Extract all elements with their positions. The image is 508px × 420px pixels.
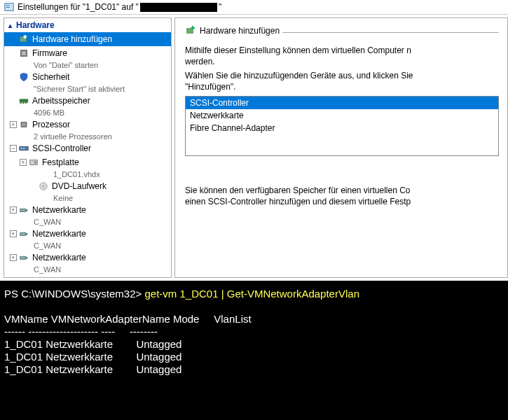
hardware-tree-panel: ▴ Hardware Hardware hinzufügen Firmware …: [4, 18, 172, 278]
svg-rect-29: [26, 257, 28, 259]
svg-rect-25: [26, 209, 28, 211]
tree-item-security[interactable]: Sicherheit: [4, 70, 171, 84]
ps-command: get-vm 1_DC01 | Get-VMNetworkAdapterVlan: [144, 288, 359, 300]
tree-item-label: Prozessor: [32, 119, 70, 130]
tree-item-firmware-sub: Von "Datei" starten: [4, 60, 171, 70]
tree-item-dvd-sub: Keine: [4, 193, 171, 203]
detail-heading-text: Hardware hinzufügen: [200, 26, 280, 36]
ps-prompt: PS C:\WINDOWS\system32>: [4, 288, 144, 300]
tree-item-memory[interactable]: Arbeitsspeicher: [4, 94, 171, 108]
tree-item-nic-3-sub: C_WAN: [4, 265, 171, 274]
ps-output-dashes: ------ -------------------- ---- -------…: [4, 326, 158, 337]
powershell-console[interactable]: PS C:\WINDOWS\system32> get-vm 1_DC01 | …: [0, 281, 508, 420]
svg-rect-8: [20, 99, 28, 102]
tree-item-dvd[interactable]: DVD-Laufwerk: [4, 179, 171, 193]
tree-item-label: Arbeitsspeicher: [32, 95, 90, 106]
window-title-prefix: Einstellungen für "1_DC01" auf ": [18, 2, 139, 12]
ps-output-header: VMName VMNetworkAdapterName Mode VlanLis…: [4, 313, 252, 325]
tree-item-label: SCSI-Controller: [32, 143, 91, 154]
expand-icon[interactable]: +: [10, 254, 17, 261]
detail-desc-line1b: werden.: [185, 57, 499, 66]
tree-item-harddisk[interactable]: + Festplatte: [4, 155, 171, 169]
tree-item-add-hardware[interactable]: Hardware hinzufügen: [4, 32, 171, 46]
detail-desc-line3a: Sie können den verfügbaren Speicher für …: [185, 186, 499, 195]
tree-item-nic-1[interactable]: + Netzwerkkarte: [4, 203, 171, 217]
tree-item-nic-3[interactable]: + Netzwerkkarte: [4, 251, 171, 265]
tree-item-firmware[interactable]: Firmware: [4, 46, 171, 60]
expand-icon[interactable]: +: [10, 121, 17, 128]
detail-desc-line3b: einen SCSI-Controller hinzufügen und die…: [185, 197, 499, 206]
shield-icon: [18, 71, 29, 83]
svg-point-21: [34, 161, 37, 164]
svg-rect-24: [20, 209, 26, 211]
tree-item-label: Netzwerkkarte: [32, 252, 86, 263]
tree-item-processor-sub: 2 virtuelle Prozessoren: [4, 132, 171, 141]
tree-item-label: DVD-Laufwerk: [52, 181, 107, 192]
dvd-icon: [38, 181, 49, 192]
ps-output-row: 1_DC01 Netzwerkkarte Untagged: [4, 351, 181, 363]
memory-icon: [18, 95, 29, 106]
expand-icon[interactable]: +: [20, 159, 27, 166]
detail-heading: Hardware hinzufügen: [185, 25, 499, 38]
tree-section-label: Hardware: [16, 20, 55, 30]
svg-rect-26: [20, 232, 26, 235]
cpu-icon: [18, 119, 29, 130]
ps-output-row: 1_DC01 Netzwerkkarte Untagged: [4, 363, 181, 375]
expand-icon[interactable]: +: [10, 206, 17, 214]
svg-rect-2: [6, 7, 10, 8]
tree-item-label: Festplatte: [42, 157, 79, 168]
detail-desc-line2b: "Hinzufügen".: [185, 82, 499, 92]
svg-rect-10: [22, 103, 24, 104]
detail-desc-line2a: Wählen Sie die hinzuzufügenden Geräte au…: [185, 71, 499, 80]
collapse-chevron-icon: ▴: [8, 22, 12, 29]
tree-item-label: Hardware hinzufügen: [32, 34, 112, 45]
tree-item-scsi-controller[interactable]: − SCSI-Controller: [4, 141, 171, 155]
window-title-suffix: ": [219, 2, 221, 12]
settings-body: ▴ Hardware Hardware hinzufügen Firmware …: [0, 15, 508, 281]
tree-item-label: Sicherheit: [32, 71, 69, 83]
listbox-option-nic[interactable]: Netzwerkkarte: [186, 109, 498, 122]
listbox-option-scsi[interactable]: SCSI-Controller: [186, 97, 498, 109]
tree-item-label: Firmware: [32, 48, 67, 59]
tree-item-processor[interactable]: + Prozessor: [4, 118, 171, 132]
svg-point-23: [43, 186, 45, 188]
svg-rect-12: [22, 122, 27, 127]
svg-rect-7: [22, 51, 25, 55]
ps-output-row: 1_DC01 Netzwerkkarte Untagged: [4, 338, 181, 350]
tree-item-label: Netzwerkkarte: [32, 204, 86, 216]
svg-rect-9: [20, 103, 22, 104]
svg-point-18: [21, 148, 22, 149]
settings-window-icon: [4, 2, 14, 12]
scsi-icon: [18, 143, 29, 154]
tree-item-nic-1-sub: C_WAN: [4, 217, 171, 227]
svg-rect-1: [6, 5, 10, 6]
nic-icon: [18, 204, 29, 216]
svg-rect-32: [191, 27, 195, 29]
tree-item-security-sub: "Sicherer Start" ist aktiviert: [4, 84, 171, 94]
tree-item-harddisk-sub: 1_DC01.vhdx: [4, 169, 171, 179]
redacted-hostname: [140, 3, 217, 12]
tree-item-nic-2[interactable]: + Netzwerkkarte: [4, 227, 171, 241]
tree-section-hardware[interactable]: ▴ Hardware: [4, 18, 171, 32]
svg-rect-11: [25, 103, 27, 104]
expand-icon[interactable]: +: [10, 230, 17, 237]
device-listbox[interactable]: SCSI-Controller Netzwerkkarte Fibre Chan…: [185, 96, 499, 156]
svg-rect-5: [23, 36, 27, 38]
nic-icon: [18, 252, 29, 263]
collapse-icon[interactable]: −: [10, 145, 17, 152]
detail-panel-add-hardware: Hardware hinzufügen Mithilfe dieser Eins…: [174, 18, 508, 278]
svg-point-19: [23, 148, 25, 149]
add-hardware-icon: [18, 34, 29, 45]
firmware-icon: [18, 48, 29, 59]
tree-item-nic-2-sub: C_WAN: [4, 241, 171, 251]
tree-item-label: Netzwerkkarte: [32, 228, 86, 239]
window-titlebar: Einstellungen für "1_DC01" auf " ": [0, 0, 508, 15]
harddisk-icon: [28, 157, 39, 168]
add-hardware-icon: [185, 25, 196, 36]
nic-icon: [18, 228, 29, 239]
detail-desc-line1: Mithilfe dieser Einstellung können dem v…: [185, 46, 499, 55]
svg-rect-28: [20, 256, 26, 259]
svg-rect-27: [26, 233, 28, 235]
listbox-option-fc[interactable]: Fibre Channel-Adapter: [186, 122, 498, 134]
tree-item-memory-sub: 4096 MB: [4, 108, 171, 118]
